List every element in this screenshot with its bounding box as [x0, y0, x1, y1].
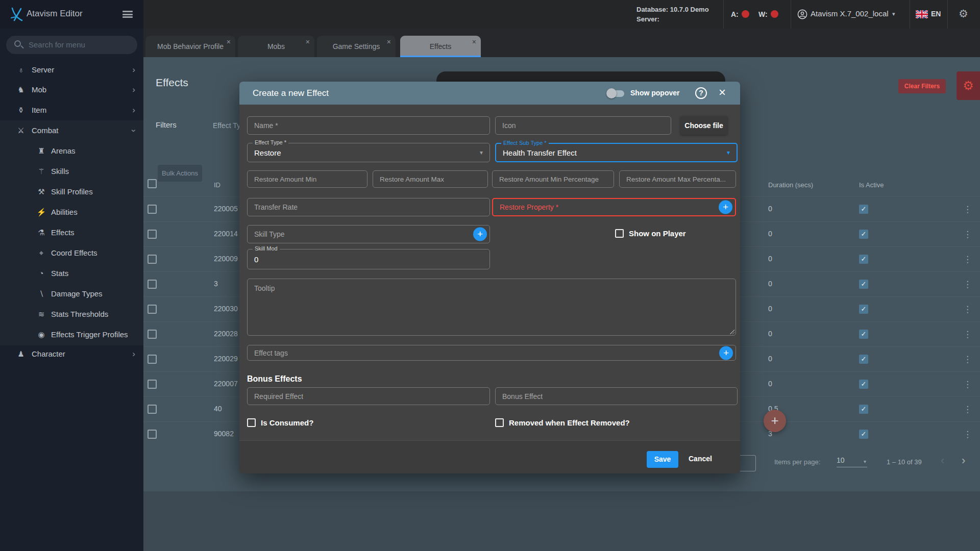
sidebar-item-item[interactable]: ⚱ Item ›	[0, 101, 143, 121]
uk-flag-icon[interactable]	[916, 10, 928, 18]
required-effect-field[interactable]: Required Effect	[247, 387, 490, 405]
sidebar-item-effects[interactable]: ⚗ Effects	[0, 223, 143, 243]
restore-amount-min-percentage-field[interactable]: Restore Amount Min Percentage	[492, 170, 614, 188]
is-active-checkbox[interactable]: ✓	[859, 330, 868, 339]
is-active-checkbox[interactable]: ✓	[859, 255, 868, 264]
skill-type-field[interactable]: Skill Type +	[247, 225, 490, 243]
close-icon[interactable]: ×	[716, 85, 729, 99]
transfer-rate-field[interactable]: Transfer Rate	[247, 198, 490, 216]
tooltip-textarea[interactable]: Tooltip	[247, 279, 736, 336]
row-checkbox[interactable]	[148, 305, 157, 314]
show-popover-toggle[interactable]	[606, 89, 625, 98]
close-icon[interactable]: ×	[472, 38, 476, 46]
next-page-button[interactable]: ›	[962, 454, 965, 467]
restore-property-field[interactable]: Restore Property * +	[492, 198, 736, 216]
row-checkbox[interactable]	[148, 280, 157, 289]
language-label[interactable]: EN	[931, 10, 941, 18]
row-checkbox[interactable]	[148, 430, 157, 439]
tab-effects[interactable]: Effects ×	[400, 36, 481, 57]
is-active-checkbox[interactable]: ✓	[859, 355, 868, 364]
select-all-checkbox[interactable]	[148, 179, 157, 188]
row-menu-icon[interactable]: ⋮	[963, 404, 972, 415]
row-checkbox[interactable]	[148, 380, 157, 389]
close-icon[interactable]: ×	[387, 38, 391, 46]
help-icon[interactable]: ?	[695, 87, 707, 99]
is-active-checkbox[interactable]: ✓	[859, 205, 868, 214]
is-active-checkbox[interactable]: ✓	[859, 305, 868, 314]
sidebar-search-input[interactable]: Search for menu	[6, 36, 137, 54]
row-checkbox[interactable]	[148, 330, 157, 339]
close-icon[interactable]: ×	[227, 38, 231, 46]
restore-amount-max-percentage-field[interactable]: Restore Amount Max Percenta...	[619, 170, 736, 188]
sidebar-item-arenas[interactable]: ♜ Arenas	[0, 141, 143, 162]
tab-mobs[interactable]: Mobs ×	[238, 36, 314, 57]
page-size-select[interactable]: 10 ▾	[837, 456, 867, 467]
tab-mob-behavior-profile[interactable]: Mob Behavior Profile ×	[145, 36, 235, 57]
sidebar-item-abilities[interactable]: ⚡ Abilities	[0, 203, 143, 223]
row-menu-icon[interactable]: ⋮	[963, 254, 972, 265]
table-settings-button[interactable]: ⚙	[957, 71, 980, 100]
sidebar-item-mob[interactable]: ♞ Mob ›	[0, 80, 143, 101]
row-menu-icon[interactable]: ⋮	[963, 204, 972, 215]
sidebar-item-damage-types[interactable]: ∖ Damage Types	[0, 284, 143, 305]
settings-gear-icon[interactable]: ⚙	[959, 8, 968, 20]
add-restore-property-button[interactable]: +	[719, 201, 732, 214]
is-active-checkbox[interactable]: ✓	[859, 405, 868, 414]
clear-filters-button[interactable]: Clear Filters	[898, 79, 946, 93]
row-menu-icon[interactable]: ⋮	[963, 304, 972, 315]
is-active-checkbox[interactable]: ✓	[859, 380, 868, 389]
choose-file-button[interactable]: Choose file	[680, 116, 727, 135]
name-field[interactable]: Name *	[247, 116, 490, 135]
sidebar-item-skill-profiles[interactable]: ⚒ Skill Profiles	[0, 182, 143, 203]
previous-page-button[interactable]: ‹	[941, 454, 944, 467]
sidebar-item-coord-effects[interactable]: ⌖ Coord Effects	[0, 243, 143, 264]
skill-mod-field[interactable]: Skill Mod 0	[247, 249, 490, 269]
restore-amount-min-field[interactable]: Restore Amount Min	[247, 170, 368, 188]
effect-type-select[interactable]: Effect Type * Restore ▾	[247, 143, 490, 162]
sidebar-item-stats-thresholds[interactable]: ≋ Stats Thresholds	[0, 305, 143, 325]
sidebar-item-skills[interactable]: ⚚ Skills	[0, 162, 143, 182]
add-effect-tag-button[interactable]: +	[719, 346, 733, 360]
effect-sub-type-select[interactable]: Effect Sub Type * Health Transfer Effect…	[495, 143, 738, 162]
effect-tags-field[interactable]: Effect tags +	[247, 345, 736, 361]
sidebar-item-server[interactable]: ♁ Server ›	[0, 60, 143, 81]
sidebar-item-character[interactable]: ♟ Character ›	[0, 344, 143, 365]
restore-amount-max-field[interactable]: Restore Amount Max	[373, 170, 488, 188]
icon-field[interactable]: Icon	[495, 116, 671, 135]
row-menu-icon[interactable]: ⋮	[963, 379, 972, 390]
row-menu-icon[interactable]: ⋮	[963, 429, 972, 440]
row-menu-icon[interactable]: ⋮	[963, 229, 972, 240]
close-icon[interactable]: ×	[306, 38, 310, 46]
row-checkbox[interactable]	[148, 355, 157, 364]
row-checkbox[interactable]	[148, 255, 157, 264]
row-checkbox[interactable]	[148, 230, 157, 239]
row-menu-icon[interactable]: ⋮	[963, 279, 972, 290]
row-menu-icon[interactable]: ⋮	[963, 329, 972, 340]
add-skill-type-button[interactable]: +	[473, 228, 487, 241]
helmet-icon: ♟	[15, 349, 27, 359]
chevron-down-icon[interactable]: ▾	[892, 11, 895, 17]
is-active-checkbox[interactable]: ✓	[859, 430, 868, 439]
removed-when-effect-removed-checkbox[interactable]	[495, 418, 504, 427]
is-active-checkbox[interactable]: ✓	[859, 280, 868, 289]
lightning-icon: ⚡	[36, 208, 47, 217]
resize-handle[interactable]	[729, 329, 734, 334]
bonus-effect-field[interactable]: Bonus Effect	[495, 387, 738, 405]
is-active-checkbox[interactable]: ✓	[859, 230, 868, 239]
save-button[interactable]: Save	[647, 451, 678, 468]
sidebar-item-stats[interactable]: ◔ Stats	[0, 264, 143, 284]
row-checkbox[interactable]	[148, 405, 157, 414]
is-consumed-checkbox[interactable]	[247, 418, 256, 427]
row-menu-icon[interactable]: ⋮	[963, 354, 972, 365]
cancel-button[interactable]: Cancel	[689, 455, 712, 463]
row-checkbox[interactable]	[148, 205, 157, 214]
sidebar-item-effects-trigger-profiles[interactable]: ◉ Effects Trigger Profiles	[0, 325, 143, 345]
page-input-box[interactable]	[739, 455, 756, 471]
show-on-player-checkbox[interactable]	[615, 229, 624, 238]
account-selector[interactable]: Atavism X.7_002_local	[811, 9, 889, 18]
tab-game-settings[interactable]: Game Settings ×	[317, 36, 396, 57]
hamburger-menu-icon[interactable]	[122, 11, 133, 18]
add-effect-fab[interactable]: +	[764, 410, 786, 432]
col-header-id: ID	[214, 181, 220, 189]
sidebar-item-combat[interactable]: ⚔ Combat ›	[0, 121, 143, 141]
